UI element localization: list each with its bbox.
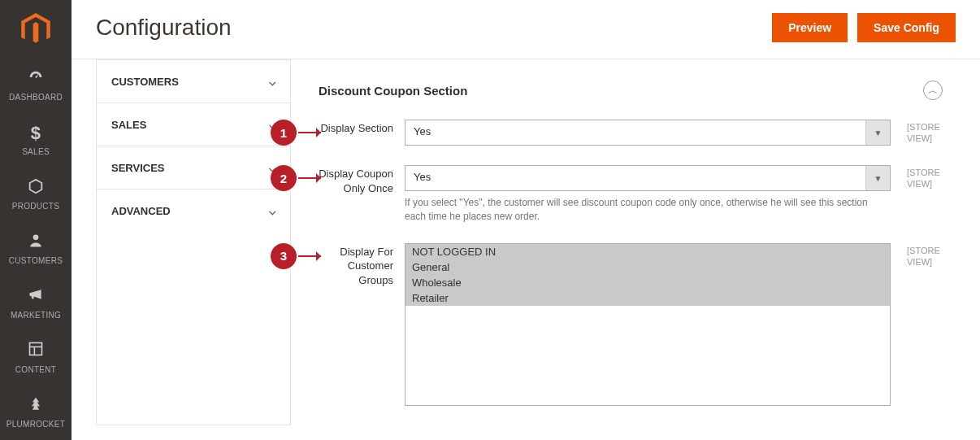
dollar-icon: $	[3, 123, 68, 142]
page-header: Configuration Preview Save Config	[72, 0, 980, 59]
display-coupon-once-select[interactable]: Yes ▼	[405, 165, 891, 191]
nav-item-plumrocket[interactable]: PLUMROCKET	[0, 386, 72, 440]
magento-logo-icon	[21, 13, 50, 46]
multiselect-option[interactable]: NOT LOGGED IN	[405, 244, 890, 259]
tab-label: CUSTOMERS	[111, 76, 179, 88]
field-display-section: 1 Display Section Yes ▼ [STORE VIEW]	[315, 120, 956, 146]
select-value: Yes	[405, 166, 865, 190]
magento-logo[interactable]	[0, 0, 72, 59]
layout-icon	[3, 341, 68, 360]
tab-label: ADVANCED	[111, 205, 171, 217]
chevron-up-icon: ︿	[928, 84, 938, 98]
field-label: Display Section	[315, 120, 405, 136]
annotation-arrow-icon	[298, 175, 326, 181]
nav-label: CUSTOMERS	[9, 256, 63, 265]
box-icon	[3, 177, 68, 197]
nav-label: PLUMROCKET	[7, 420, 65, 429]
field-customer-groups: 3 Display For Customer Groups NOT LOGGED…	[315, 243, 956, 406]
nav-item-sales[interactable]: $SALES	[0, 113, 72, 168]
field-label: Display Coupon Only Once	[315, 165, 405, 195]
annotation-arrow-icon	[298, 129, 326, 136]
annotation-badge-3: 3	[271, 243, 297, 269]
field-label: Display For Customer Groups	[315, 243, 405, 288]
tab-sales[interactable]: SALES⌵	[97, 102, 290, 146]
nav-label: MARKETING	[11, 311, 61, 320]
annotation-badge-1: 1	[271, 120, 297, 146]
nav-label: PRODUCTS	[12, 202, 60, 211]
header-actions: Preview Save Config	[772, 13, 956, 42]
section-header-row: Discount Coupon Section ︿	[315, 74, 956, 120]
person-icon	[3, 232, 68, 251]
tab-label: SALES	[111, 119, 146, 131]
chevron-down-icon: ⌵	[269, 204, 275, 217]
content-wrap: CUSTOMERS⌵SALES⌵SERVICES⌵ADVANCED⌵ Disco…	[72, 59, 980, 440]
main-content: Configuration Preview Save Config CUSTOM…	[72, 0, 980, 440]
field-hint: If you select "Yes", the customer will s…	[405, 196, 891, 224]
svg-rect-1	[30, 343, 42, 355]
select-value: Yes	[405, 120, 865, 145]
tree-icon	[3, 395, 68, 415]
config-tabs: CUSTOMERS⌵SALES⌵SERVICES⌵ADVANCED⌵	[96, 59, 291, 425]
nav-item-products[interactable]: PRODUCTS	[0, 168, 72, 222]
tab-customers[interactable]: CUSTOMERS⌵	[97, 59, 290, 102]
svg-point-0	[33, 235, 39, 241]
nav-label: DASHBOARD	[9, 93, 63, 102]
dropdown-arrow-icon: ▼	[865, 166, 890, 190]
customer-groups-multiselect[interactable]: NOT LOGGED INGeneralWholesaleRetailer	[405, 243, 891, 406]
megaphone-icon	[3, 286, 68, 306]
nav-item-content[interactable]: CONTENT	[0, 331, 72, 386]
tab-services[interactable]: SERVICES⌵	[97, 146, 290, 189]
scope-label: [STORE VIEW]	[891, 243, 943, 268]
section-title: Discount Coupon Section	[319, 84, 467, 98]
gauge-icon	[3, 68, 68, 88]
nav-item-dashboard[interactable]: DASHBOARD	[0, 59, 72, 113]
preview-button[interactable]: Preview	[772, 13, 848, 42]
multiselect-option[interactable]: Wholesale	[405, 275, 890, 290]
nav-item-customers[interactable]: CUSTOMERS	[0, 222, 72, 277]
dropdown-arrow-icon: ▼	[865, 120, 890, 145]
tab-label: SERVICES	[111, 162, 165, 174]
scope-label: [STORE VIEW]	[891, 165, 943, 190]
admin-sidebar: DASHBOARD$SALESPRODUCTSCUSTOMERSMARKETIN…	[0, 0, 72, 440]
field-display-coupon-once: 2 Display Coupon Only Once Yes ▼ If you …	[315, 165, 956, 224]
annotation-badge-2: 2	[271, 165, 297, 191]
tab-advanced[interactable]: ADVANCED⌵	[97, 189, 290, 232]
multiselect-option[interactable]: General	[405, 259, 890, 275]
display-section-select[interactable]: Yes ▼	[405, 120, 891, 146]
config-fields: Discount Coupon Section ︿ 1 Display Sect…	[291, 59, 956, 425]
chevron-down-icon: ⌵	[269, 75, 275, 88]
nav-item-marketing[interactable]: MARKETING	[0, 277, 72, 331]
save-config-button[interactable]: Save Config	[857, 13, 956, 42]
annotation-arrow-icon	[298, 253, 326, 259]
nav-label: CONTENT	[15, 365, 56, 374]
page-title: Configuration	[96, 15, 232, 41]
nav-label: SALES	[22, 147, 50, 156]
scope-label: [STORE VIEW]	[891, 120, 943, 145]
collapse-section-button[interactable]: ︿	[923, 81, 943, 100]
multiselect-option[interactable]: Retailer	[405, 290, 890, 306]
